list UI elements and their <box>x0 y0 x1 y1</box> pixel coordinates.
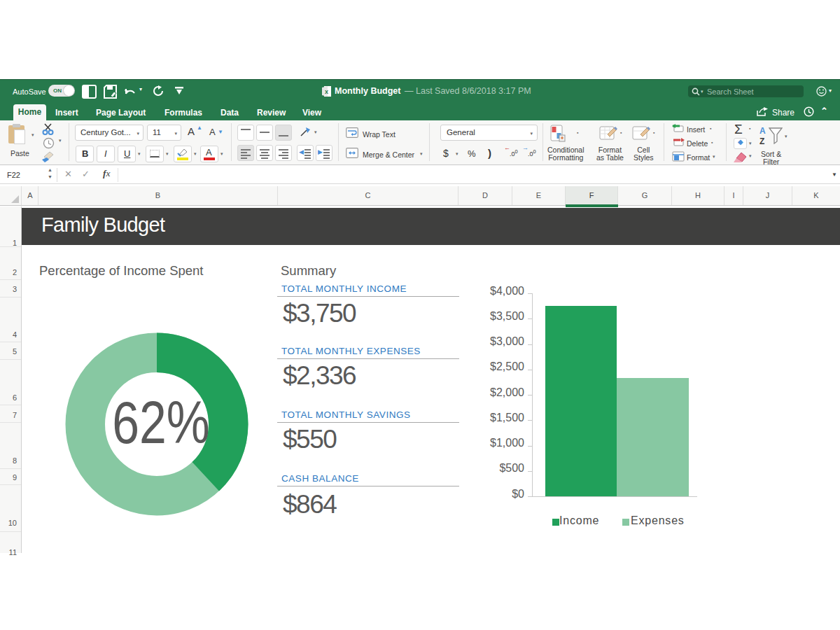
svg-text:x: x <box>325 88 328 95</box>
